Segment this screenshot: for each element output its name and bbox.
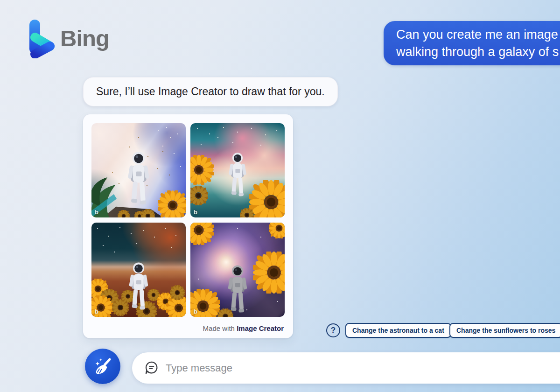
astronaut — [227, 150, 248, 197]
bing-chat-screen: Bing Can you create me an image walking … — [0, 0, 560, 392]
image-results-card: b b — [83, 114, 293, 338]
stars — [190, 223, 191, 224]
image-creator-brand: Image Creator — [237, 324, 284, 332]
bing-wordmark: Bing — [60, 19, 109, 58]
stars — [91, 223, 92, 224]
sunflower — [249, 180, 285, 217]
user-message-bubble: Can you create me an image walking throu… — [384, 21, 560, 65]
bing-watermark: b — [95, 308, 98, 315]
dust-specks — [91, 123, 92, 124]
sunflower — [190, 155, 214, 185]
sunflower — [269, 223, 285, 238]
made-with-caption: Made with Image Creator — [203, 324, 284, 332]
generated-image-2[interactable]: b — [190, 123, 285, 217]
chat-bubble-icon — [143, 360, 160, 376]
generated-image-3[interactable]: b — [91, 223, 186, 317]
message-input[interactable] — [166, 362, 560, 374]
sunflower — [240, 208, 254, 217]
new-topic-button[interactable] — [85, 349, 120, 384]
sunflower — [190, 186, 208, 205]
sunflower — [158, 190, 186, 217]
sunflower — [118, 210, 130, 217]
user-message-text: Can you create me an image walking throu… — [396, 26, 559, 61]
broom-icon — [91, 355, 114, 378]
help-icon[interactable]: ? — [326, 323, 340, 337]
sunflower — [253, 252, 285, 294]
suggestion-chip-astronaut-cat[interactable]: Change the astronaut to a cat — [345, 323, 451, 338]
made-with-text: Made with — [203, 324, 235, 332]
astronaut — [226, 263, 249, 313]
bot-message-bubble: Sure, I’ll use Image Creator to draw tha… — [83, 77, 338, 106]
bing-logo: Bing — [26, 19, 109, 58]
bing-watermark: b — [194, 209, 197, 216]
sunflower — [141, 209, 155, 217]
bing-watermark: b — [194, 308, 197, 315]
astronaut — [127, 260, 150, 310]
generated-image-4[interactable]: b — [190, 223, 285, 317]
bing-logo-icon — [26, 19, 56, 58]
generated-image-1[interactable]: b — [91, 123, 186, 217]
stars — [190, 123, 191, 124]
stars — [91, 123, 92, 124]
suggestion-chip-sunflowers-roses[interactable]: Change the sunflowers to roses — [449, 323, 560, 338]
sunflower — [170, 285, 185, 300]
message-input-bar — [132, 352, 560, 384]
bing-watermark: b — [95, 209, 98, 216]
sunflower — [190, 223, 214, 245]
astronaut — [126, 149, 152, 205]
image-grid: b b — [91, 123, 285, 317]
bot-message-text: Sure, I’ll use Image Creator to draw tha… — [96, 85, 325, 98]
